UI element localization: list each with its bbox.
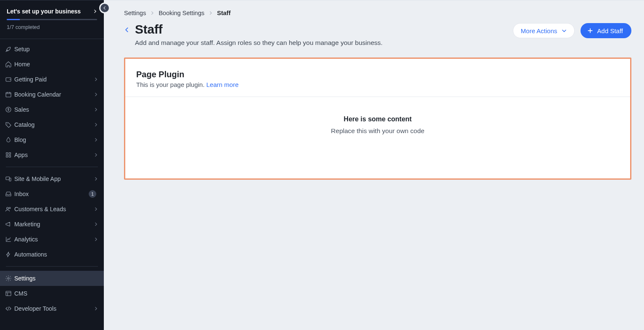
megaphone-icon xyxy=(5,221,14,228)
sidebar-item-apps[interactable]: Apps xyxy=(0,147,104,162)
chevron-right-icon xyxy=(94,207,98,211)
svg-rect-1 xyxy=(6,92,11,97)
sidebar-item-label: Home xyxy=(14,61,98,68)
grid-icon xyxy=(5,152,14,158)
chevron-right-icon xyxy=(93,9,97,13)
chevron-right-icon xyxy=(94,138,98,142)
sidebar-item-site-mobile-app[interactable]: Site & Mobile App xyxy=(0,171,104,186)
code-icon xyxy=(5,305,14,312)
dollar-icon xyxy=(5,106,14,113)
chevron-right-icon xyxy=(94,222,98,226)
sidebar-item-label: Marketing xyxy=(14,221,94,228)
users-icon xyxy=(5,206,14,212)
sidebar-item-label: Setup xyxy=(14,46,98,52)
chevron-right-icon xyxy=(94,92,98,97)
sidebar-item-label: Site & Mobile App xyxy=(14,175,94,182)
sidebar: Let's set up your business 1/7 completed… xyxy=(0,0,104,330)
badge: 1 xyxy=(89,190,96,198)
sidebar-item-label: Inbox xyxy=(14,191,89,197)
setup-banner-title: Let's set up your business xyxy=(7,8,81,15)
plugin-content-text: Replace this with your own code xyxy=(125,127,630,135)
rocket-icon xyxy=(5,46,14,52)
breadcrumb: Settings Booking Settings Staff xyxy=(124,10,631,16)
main-content: Settings Booking Settings Staff Staff Ad… xyxy=(104,0,644,330)
svg-rect-13 xyxy=(6,291,11,296)
breadcrumb-item-current: Staff xyxy=(217,10,230,16)
add-staff-button[interactable]: Add Staff xyxy=(581,23,631,38)
gear-icon xyxy=(5,275,14,282)
sidebar-nav: SetupHomeGetting PaidBooking CalendarSal… xyxy=(0,39,104,316)
chevron-left-icon xyxy=(103,6,107,10)
sidebar-item-label: CMS xyxy=(14,290,98,297)
svg-point-11 xyxy=(9,207,11,209)
chevron-right-icon xyxy=(94,177,98,181)
sidebar-item-inbox[interactable]: Inbox1 xyxy=(0,186,104,202)
chevron-right-icon xyxy=(94,306,98,311)
inbox-icon xyxy=(5,191,14,197)
devices-icon xyxy=(5,175,14,182)
sidebar-item-setup[interactable]: Setup xyxy=(0,42,104,57)
breadcrumb-item-settings[interactable]: Settings xyxy=(124,10,146,16)
home-icon xyxy=(5,61,14,68)
bolt-icon xyxy=(5,251,14,258)
setup-banner[interactable]: Let's set up your business 1/7 completed xyxy=(0,0,104,36)
sidebar-item-label: Developer Tools xyxy=(14,305,94,312)
plugin-subtitle: This is your page plugin. Learn more xyxy=(136,81,619,88)
learn-more-link[interactable]: Learn more xyxy=(206,81,239,88)
sidebar-item-customers-leads[interactable]: Customers & Leads xyxy=(0,202,104,217)
sidebar-item-settings[interactable]: Settings xyxy=(0,271,104,286)
svg-rect-6 xyxy=(6,155,8,157)
sidebar-item-getting-paid[interactable]: Getting Paid xyxy=(0,72,104,87)
sidebar-item-label: Blog xyxy=(14,136,94,143)
svg-rect-5 xyxy=(9,153,11,155)
sidebar-item-label: Sales xyxy=(14,106,94,113)
more-actions-button[interactable]: More Actions xyxy=(513,23,575,38)
sidebar-item-cms[interactable]: CMS xyxy=(0,286,104,301)
chart-icon xyxy=(5,236,14,243)
layout-icon xyxy=(5,290,14,297)
page-plugin-card: Page Plugin This is your page plugin. Le… xyxy=(124,58,631,180)
sidebar-item-developer-tools[interactable]: Developer Tools xyxy=(0,301,104,316)
tag-icon xyxy=(5,121,14,128)
breadcrumb-item-booking-settings[interactable]: Booking Settings xyxy=(158,10,204,16)
setup-progress-bar xyxy=(7,19,97,20)
sidebar-item-home[interactable]: Home xyxy=(0,57,104,72)
plugin-subtitle-text: This is your page plugin. xyxy=(136,81,206,88)
back-button[interactable] xyxy=(124,26,130,47)
setup-completed-text: 1/7 completed xyxy=(7,24,97,30)
wallet-icon xyxy=(5,76,14,83)
chevron-right-icon xyxy=(94,107,98,112)
svg-point-10 xyxy=(7,207,9,210)
page-header: Staff Add and manage your staff. Assign … xyxy=(124,22,631,47)
page-subtitle: Add and manage your staff. Assign roles … xyxy=(135,39,513,47)
chevron-right-icon xyxy=(94,77,98,81)
svg-rect-4 xyxy=(6,153,8,155)
sidebar-item-automations[interactable]: Automations xyxy=(0,247,104,262)
chevron-down-icon xyxy=(562,28,567,33)
sidebar-item-label: Settings xyxy=(14,275,98,282)
sidebar-item-sales[interactable]: Sales xyxy=(0,102,104,117)
chevron-right-icon xyxy=(94,237,98,241)
chevron-right-icon xyxy=(150,11,154,15)
add-staff-label: Add Staff xyxy=(597,27,623,34)
sidebar-item-label: Automations xyxy=(14,251,98,258)
sidebar-item-marketing[interactable]: Marketing xyxy=(0,217,104,232)
sidebar-item-label: Analytics xyxy=(14,236,94,243)
chevron-right-icon xyxy=(94,153,98,157)
sidebar-item-label: Apps xyxy=(14,152,94,158)
svg-point-3 xyxy=(7,123,8,124)
sidebar-item-label: Catalog xyxy=(14,121,94,128)
nav-divider xyxy=(6,167,98,167)
sidebar-item-blog[interactable]: Blog xyxy=(0,132,104,147)
more-actions-label: More Actions xyxy=(521,27,557,34)
nav-divider xyxy=(6,266,98,267)
sidebar-item-label: Customers & Leads xyxy=(14,206,94,212)
sidebar-item-analytics[interactable]: Analytics xyxy=(0,232,104,247)
plugin-title: Page Plugin xyxy=(136,70,619,79)
sidebar-collapse-button[interactable] xyxy=(100,4,109,12)
chevron-right-icon xyxy=(209,11,213,15)
svg-rect-8 xyxy=(6,177,10,180)
sidebar-item-booking-calendar[interactable]: Booking Calendar xyxy=(0,87,104,102)
plus-icon xyxy=(587,28,593,34)
sidebar-item-catalog[interactable]: Catalog xyxy=(0,117,104,132)
